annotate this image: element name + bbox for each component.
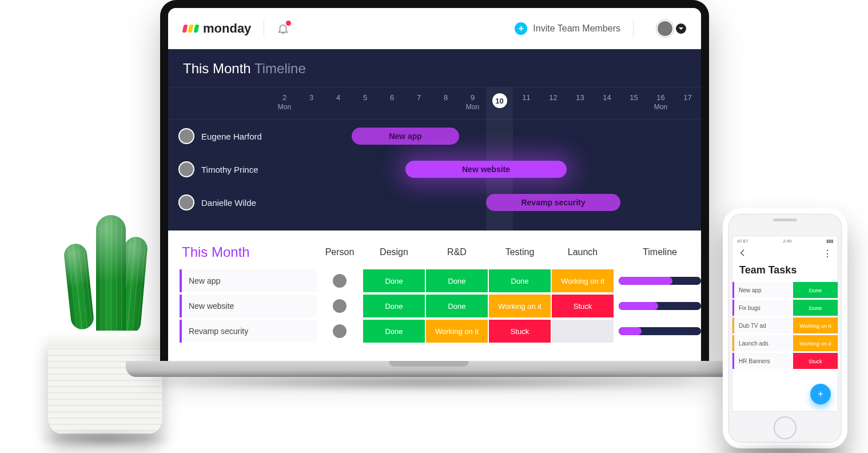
timeline-bar[interactable]: New website — [405, 161, 567, 178]
notifications-button[interactable] — [277, 22, 289, 35]
phone-task-status[interactable]: Working on it — [793, 317, 838, 333]
phone-task-name: Dub TV ad — [732, 317, 793, 333]
status-cell[interactable]: Done — [363, 295, 425, 317]
avatar-icon — [332, 298, 348, 314]
status-cell[interactable]: Working on it — [426, 320, 488, 343]
status-cell[interactable]: Done — [489, 269, 551, 292]
timeline-track: Revamp security — [271, 194, 701, 211]
status-cell[interactable]: Done — [426, 295, 488, 317]
mini-timeline[interactable] — [614, 327, 706, 335]
day-15[interactable]: 15 — [620, 88, 647, 119]
person-cell[interactable] — [317, 273, 363, 289]
phone-mockup: AT&T 2:40 ▮▮▮ ⋮ Team Tasks New appDoneFi… — [723, 208, 847, 448]
day-7[interactable]: 7 — [405, 88, 432, 119]
phone-task-name: Fix bugs — [732, 300, 793, 316]
phone-task-name: Launch ads — [732, 335, 793, 351]
day-12[interactable]: 12 — [540, 88, 567, 119]
phone-task-row[interactable]: New appDone — [732, 282, 838, 298]
col-timeline[interactable]: Timeline — [614, 247, 706, 257]
day-14[interactable]: 14 — [594, 88, 620, 119]
col-design[interactable]: Design — [363, 247, 425, 257]
avatar-icon — [178, 194, 194, 210]
home-button[interactable] — [774, 416, 797, 439]
status-cell[interactable] — [552, 320, 614, 343]
mini-timeline[interactable] — [614, 302, 706, 310]
day-4[interactable]: 4 — [325, 88, 352, 119]
timeline-panel: This Month Timeline 2Mon3456789Mon101112… — [168, 49, 701, 231]
table-row: New appDoneDoneDoneWorking on it — [180, 269, 690, 292]
phone-task-name: New app — [732, 282, 793, 298]
task-name[interactable]: Revamp security — [180, 320, 317, 343]
status-cell[interactable]: Stuck — [489, 320, 551, 343]
day-11[interactable]: 11 — [513, 88, 540, 119]
phone-task-status[interactable]: Stuck — [793, 353, 838, 369]
timeline-person[interactable]: Danielle Wilde — [168, 194, 271, 210]
col-person[interactable]: Person — [317, 247, 363, 257]
avatar-icon — [332, 273, 348, 289]
notification-dot-icon — [286, 21, 291, 26]
timeline-track: New website — [271, 161, 701, 178]
timeline-person[interactable]: Eugene Harford — [168, 128, 271, 144]
separator — [633, 20, 634, 37]
day-8[interactable]: 8 — [432, 88, 459, 119]
plus-icon: + — [818, 389, 823, 399]
person-name: Danielle Wilde — [201, 198, 256, 208]
logo-mark-icon — [183, 25, 198, 33]
col-rnd[interactable]: R&D — [425, 247, 488, 257]
status-cell[interactable]: Working on it — [489, 295, 551, 317]
timeline-bar[interactable]: New app — [352, 128, 459, 145]
person-name: Eugene Harford — [201, 132, 262, 141]
mini-timeline[interactable] — [614, 277, 706, 285]
timeline-bar[interactable]: Revamp security — [486, 194, 620, 211]
day-13[interactable]: 13 — [567, 88, 594, 119]
arrow-left-icon — [738, 248, 747, 257]
phone-task-status[interactable]: Done — [793, 282, 838, 298]
invite-label: Invite Team Members — [533, 23, 620, 34]
phone-task-name: HR Banners — [732, 353, 793, 369]
day-2[interactable]: 2Mon — [271, 88, 298, 119]
phone-task-status[interactable]: Done — [793, 300, 838, 316]
day-3[interactable]: 3 — [298, 88, 325, 119]
day-10[interactable]: 10 — [486, 88, 513, 119]
table-row: New websiteDoneDoneWorking on itStuck — [180, 295, 690, 317]
phone-page-title: Team Tasks — [732, 261, 838, 282]
task-name[interactable]: New app — [180, 269, 317, 292]
status-cell[interactable]: Done — [426, 269, 488, 292]
phone-screen: AT&T 2:40 ▮▮▮ ⋮ Team Tasks New appDoneFi… — [732, 236, 838, 412]
phone-task-row[interactable]: Fix bugsDone — [732, 300, 838, 316]
day-5[interactable]: 5 — [352, 88, 379, 119]
avatar-icon — [656, 20, 674, 37]
status-cell[interactable]: Working on it — [552, 269, 614, 292]
day-6[interactable]: 6 — [379, 88, 405, 119]
timeline-person[interactable]: Timothy Prince — [168, 161, 271, 177]
plus-circle-icon: + — [515, 22, 527, 35]
person-cell[interactable] — [317, 323, 363, 339]
phone-task-row[interactable]: HR BannersStuck — [732, 353, 838, 369]
task-name[interactable]: New website — [180, 295, 317, 317]
person-cell[interactable] — [317, 298, 363, 314]
day-9[interactable]: 9Mon — [459, 88, 486, 119]
back-button[interactable] — [738, 248, 747, 260]
add-task-fab[interactable]: + — [810, 384, 831, 404]
phone-status-bar: AT&T 2:40 ▮▮▮ — [732, 236, 838, 245]
brand-logo[interactable]: monday — [183, 21, 251, 36]
status-cell[interactable]: Stuck — [552, 295, 614, 317]
invite-team-button[interactable]: + Invite Team Members — [515, 22, 620, 35]
timeline-row: Eugene HarfordNew app — [168, 120, 701, 153]
chevron-down-icon — [676, 23, 686, 34]
timeline-track: New app — [271, 128, 701, 145]
day-16[interactable]: 16Mon — [647, 88, 674, 119]
phone-task-status[interactable]: Working on it — [793, 335, 838, 351]
status-cell[interactable]: Done — [363, 320, 425, 343]
cactus-decoration — [37, 331, 174, 447]
more-menu-button[interactable]: ⋮ — [823, 252, 832, 256]
phone-task-row[interactable]: Dub TV adWorking on it — [732, 317, 838, 333]
status-cell[interactable]: Done — [363, 269, 425, 292]
table-header: This Month Person Design R&D Testing Lau… — [180, 242, 690, 269]
user-menu[interactable] — [656, 20, 686, 37]
phone-task-row[interactable]: Launch adsWorking on it — [732, 335, 838, 351]
day-17[interactable]: 17 — [674, 88, 701, 119]
timeline-row: Danielle WildeRevamp security — [168, 186, 701, 219]
col-launch[interactable]: Launch — [551, 247, 614, 257]
col-testing[interactable]: Testing — [488, 247, 551, 257]
